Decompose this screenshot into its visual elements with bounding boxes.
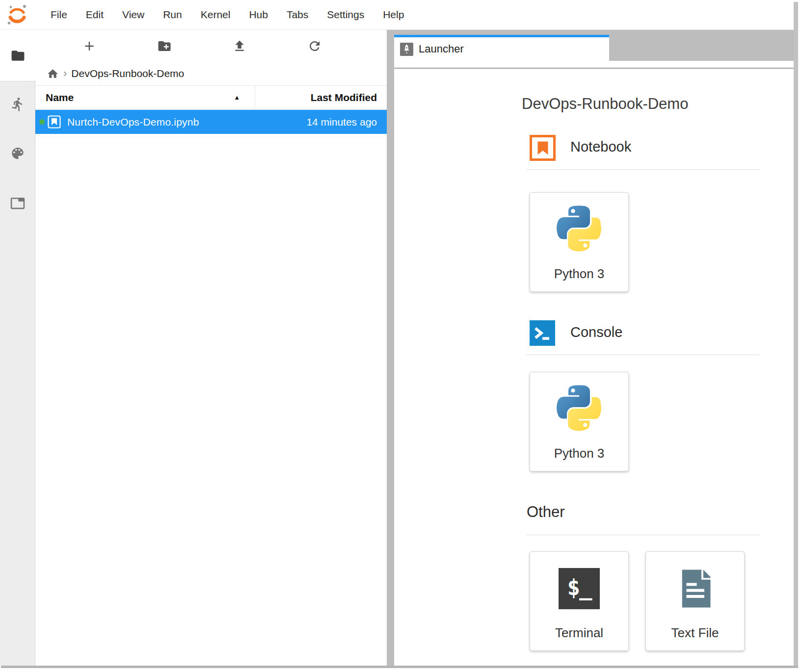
section-divider (527, 169, 760, 170)
file-name: Nurtch-DevOps-Demo.ipynb (67, 116, 199, 128)
launcher-card-console-python3[interactable]: Python 3 (530, 372, 629, 471)
last-modified-column-label: Last Modified (311, 92, 377, 103)
launcher-card-notebook-python3[interactable]: Python 3 (530, 192, 629, 292)
menu-view[interactable]: View (113, 9, 154, 21)
tab-launcher[interactable]: Launcher (394, 35, 609, 61)
menu-settings[interactable]: Settings (318, 9, 374, 21)
menu-kernel[interactable]: Kernel (191, 9, 240, 21)
breadcrumb-separator: › (63, 67, 67, 80)
tabs-icon[interactable] (10, 196, 25, 211)
section-label-notebook: Notebook (570, 139, 631, 155)
jupyter-logo-icon (5, 3, 29, 26)
kernel-running-dot (39, 119, 45, 125)
menu-tabs[interactable]: Tabs (277, 9, 318, 21)
main-dock: Launcher DevOps-Runbook-Demo Notebook Py… (387, 30, 794, 666)
launcher-title: DevOps-Runbook-Demo (522, 95, 688, 113)
folder-icon (10, 48, 26, 63)
card-label: Text File (646, 625, 744, 641)
window-bottom-border (1, 666, 798, 668)
card-label: Python 3 (530, 446, 628, 461)
launcher-rocket-icon (400, 43, 413, 56)
breadcrumb: › DevOps-Runbook-Demo (35, 63, 387, 84)
file-browser-toolbar (35, 30, 387, 62)
file-last-modified: 14 minutes ago (306, 116, 387, 128)
activity-bar (0, 81, 35, 666)
terminal-glyph: $_ (567, 575, 591, 603)
palette-icon[interactable] (10, 146, 25, 161)
menu-run[interactable]: Run (154, 9, 191, 21)
section-divider (527, 355, 760, 355)
file-list-header: Name ▲ Last Modified (35, 85, 387, 109)
column-header-last-modified[interactable]: Last Modified (255, 86, 387, 109)
sidebar-tab-files[interactable] (0, 30, 35, 81)
section-label-console: Console (570, 324, 622, 340)
card-label: Terminal (530, 625, 628, 641)
refresh-icon[interactable] (307, 39, 322, 53)
console-icon (530, 320, 555, 346)
menu-items: File Edit View Run Kernel Hub Tabs Setti… (41, 9, 413, 21)
menu-bar: File Edit View Run Kernel Hub Tabs Setti… (0, 0, 794, 30)
launcher-card-text-file[interactable]: Text File (645, 551, 745, 651)
file-browser-panel: › DevOps-Runbook-Demo Name ▲ Last Modifi… (35, 30, 387, 666)
tab-bar-bottom-strip (394, 61, 794, 69)
breadcrumb-current-folder[interactable]: DevOps-Runbook-Demo (71, 68, 184, 79)
python-logo-icon (556, 205, 603, 252)
name-column-label: Name (46, 92, 74, 103)
tab-launcher-label: Launcher (419, 43, 464, 55)
sort-ascending-icon[interactable]: ▲ (234, 94, 240, 101)
file-row-selected[interactable]: Nurtch-DevOps-Demo.ipynb 14 minutes ago (35, 110, 387, 134)
terminal-icon: $_ (559, 568, 600, 609)
menu-edit[interactable]: Edit (77, 9, 113, 21)
notebook-icon (530, 135, 556, 161)
menu-hub[interactable]: Hub (240, 9, 277, 21)
running-man-icon[interactable] (10, 97, 25, 112)
python-logo-icon (556, 384, 603, 432)
section-divider (527, 535, 760, 535)
new-folder-icon[interactable] (157, 39, 172, 53)
section-label-other: Other (527, 503, 565, 521)
menu-help[interactable]: Help (374, 9, 413, 21)
notebook-file-icon (48, 115, 61, 129)
home-icon[interactable] (47, 68, 59, 80)
upload-icon[interactable] (232, 39, 247, 53)
menu-file[interactable]: File (41, 9, 77, 21)
launcher-card-terminal[interactable]: $_ Terminal (530, 551, 629, 651)
text-file-icon (674, 568, 716, 609)
card-label: Python 3 (530, 266, 628, 282)
launcher-panel: DevOps-Runbook-Demo Notebook Python 3 Co… (394, 69, 794, 666)
column-header-name[interactable]: Name ▲ (35, 86, 255, 109)
window-right-border (794, 2, 798, 668)
new-launcher-plus-icon[interactable] (82, 39, 97, 53)
